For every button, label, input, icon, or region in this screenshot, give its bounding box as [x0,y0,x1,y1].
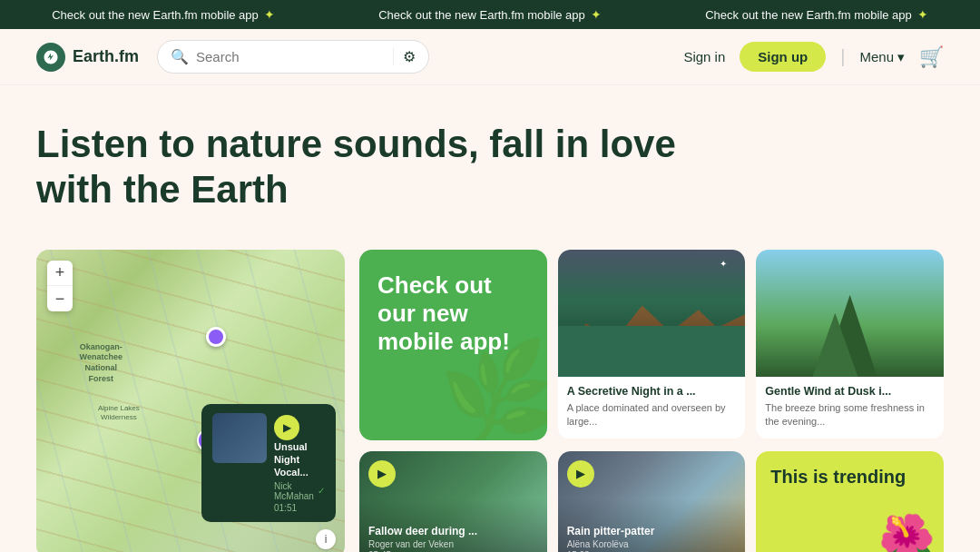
logo-text: Earth.fm [73,47,139,66]
mountain-card-title: A Secretive Night in a ... [567,384,737,399]
tree-card-title: Gentle Wind at Dusk i... [765,384,935,399]
tree-card-body: Gentle Wind at Dusk i... The breeze brin… [756,377,944,439]
site-header: Earth.fm 🔍 ⚙ Sign in Sign up | Menu ▾ 🛒 [0,29,980,85]
verified-icon: ✓ [318,486,325,496]
search-icon: 🔍 [171,48,189,65]
chevron-down-icon: ▾ [897,49,905,65]
search-bar[interactable]: 🔍 ⚙ [157,40,429,74]
banner-text-2: Check out the new Earth.fm mobile app [378,8,585,22]
nav-divider: | [840,46,845,67]
promo-card[interactable]: Check out our new mobile app! 🌿 [359,250,547,440]
star-icon: ✦ [720,259,727,269]
cart-icon[interactable]: 🛒 [919,45,944,69]
sparkle-icon-2: ✦ [591,7,602,22]
logo-icon [36,43,65,72]
map-track-time: 01:51 [274,503,325,513]
map-container[interactable]: Okanogan-WenatcheeNationalForest Alpine … [36,250,345,552]
tree-card-desc: The breeze bring some freshness in the e… [765,401,935,429]
map-controls: + − [47,261,73,311]
announcement-banner: Check out the new Earth.fm mobile app ✦ … [0,0,980,29]
map-info-button[interactable]: i [316,529,336,549]
deer-author: Roger van der Veken [368,539,538,549]
map-track-author: Nick McMahan ✓ [274,481,325,501]
signin-link[interactable]: Sign in [683,49,725,64]
logo-link[interactable]: Earth.fm [36,43,139,72]
mountain-card-body: A Secretive Night in a ... A place domin… [558,377,746,439]
banner-text-3: Check out the new Earth.fm mobile app [705,8,912,22]
header-nav: Sign in Sign up | Menu ▾ 🛒 [683,42,944,72]
menu-button[interactable]: Menu ▾ [859,49,905,65]
mountain-card-desc: A place dominated and overseen by large.… [567,401,737,429]
search-input[interactable] [196,49,386,64]
banner-text-1: Check out the new Earth.fm mobile app [52,8,259,22]
rain-author: Alëna Korolëva [567,539,737,549]
map-track-thumbnail [212,413,267,463]
hero-section: Listen to nature sounds, fall in love wi… [0,85,980,232]
main-content: Okanogan-WenatcheeNationalForest Alpine … [0,232,980,552]
rain-play-button[interactable]: ▶ [567,460,594,488]
map-track-info: ▶ Unsual Night Vocal... Nick McMahan ✓ 0… [274,413,325,513]
sound-card-deer[interactable]: ▶ Fallow deer during ... Roger van der V… [359,451,547,552]
map-label-forest: Okanogan-WenatcheeNationalForest [80,342,122,385]
rain-sound-info: Rain pitter-patter Alëna Korolëva 15:23 [567,525,737,552]
rain-title: Rain pitter-patter [567,525,737,537]
map-pin[interactable] [206,327,226,347]
signup-button[interactable]: Sign up [740,42,826,72]
sparkle-icon-3: ✦ [917,7,928,22]
banner-item-1: Check out the new Earth.fm mobile app ✦ [52,7,275,22]
trending-card[interactable]: This is trending 🌺 [756,451,944,552]
content-grid: Check out our new mobile app! 🌿 ✦ A Secr… [359,250,944,552]
trending-text: This is trending [770,466,929,488]
filter-icon[interactable]: ⚙ [393,48,416,65]
map-track-card[interactable]: ▶ Unsual Night Vocal... Nick McMahan ✓ 0… [201,404,336,522]
banner-item-2: Check out the new Earth.fm mobile app ✦ [378,7,602,22]
sparkle-icon-1: ✦ [264,7,275,22]
deer-sound-info: Fallow deer during ... Roger van der Vek… [368,525,538,552]
nature-card-tree[interactable]: Gentle Wind at Dusk i... The breeze brin… [756,250,944,440]
map-zoom-in[interactable]: + [47,261,73,286]
tree-image [756,250,944,377]
mountain-image: ✦ [558,250,746,377]
map-track-play-button[interactable]: ▶ [274,415,299,440]
deer-title: Fallow deer during ... [368,525,538,537]
sound-card-rain[interactable]: ▶ Rain pitter-patter Alëna Korolëva 15:2… [558,451,746,552]
promo-text: Check out our new mobile app! [377,271,529,357]
map-zoom-out[interactable]: − [47,286,73,311]
banner-item-3: Check out the new Earth.fm mobile app ✦ [705,7,928,22]
trending-decoration: 🌺 [878,512,935,552]
map-label-wilderness: Alpine LakesWilderness [98,404,140,423]
menu-label: Menu [859,49,894,64]
deer-play-button[interactable]: ▶ [368,460,396,488]
nature-card-mountain[interactable]: ✦ A Secretive Night in a ... A place dom… [558,250,746,440]
hero-headline: Listen to nature sounds, fall in love wi… [36,122,762,213]
map-track-title: Unsual Night Vocal... [274,440,325,479]
